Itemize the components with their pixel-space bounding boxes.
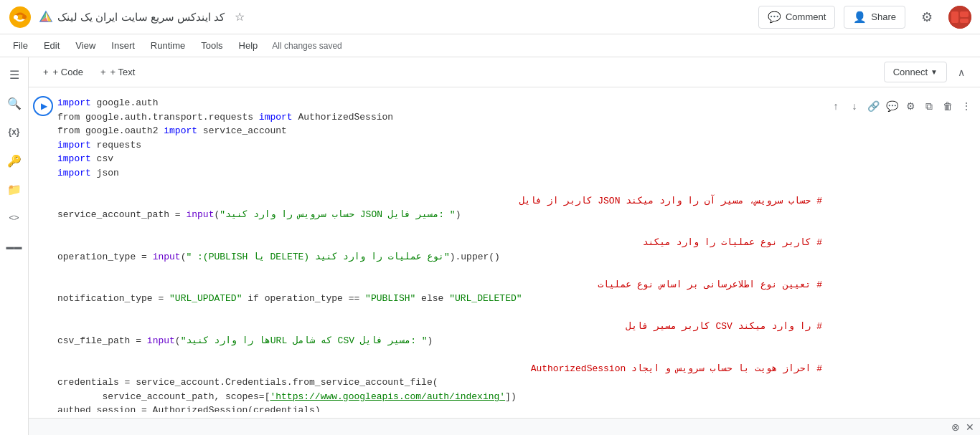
copy-cell-button[interactable]: ⧉ bbox=[921, 96, 937, 116]
connect-label: Connect bbox=[893, 67, 928, 77]
connect-chevron-icon: ▼ bbox=[930, 68, 938, 76]
comment-cell-button[interactable]: 💬 bbox=[884, 96, 900, 116]
star-icon[interactable]: ☆ bbox=[235, 10, 245, 24]
left-sidebar: ☰ 🔍 {x} 🔑 📁 <> ▬▬ bbox=[0, 57, 29, 435]
menu-runtime[interactable]: Runtime bbox=[143, 37, 192, 54]
settings-icon: ⚙ bbox=[921, 9, 933, 25]
add-text-button[interactable]: + + Text bbox=[95, 64, 141, 80]
run-button[interactable]: ▶ bbox=[29, 93, 57, 412]
share-icon: 👤 bbox=[853, 11, 867, 24]
code-line-comment3: # تعیین نوع اطلاعرسانی بر اساس نوع عملیا… bbox=[57, 278, 822, 292]
run-circle: ▶ bbox=[33, 96, 53, 116]
play-icon: ▶ bbox=[41, 101, 47, 111]
sidebar-menu-icon[interactable]: ☰ bbox=[3, 63, 26, 86]
main-layout: ☰ 🔍 {x} 🔑 📁 <> ▬▬ + + Code + + Text Conn… bbox=[0, 57, 980, 435]
settings-button[interactable]: ⚙ bbox=[914, 4, 940, 30]
code-line-1: import google.auth bbox=[57, 96, 822, 110]
code-line-12: operation_type = input("نوع عملیات را وا… bbox=[57, 250, 822, 264]
code-line-23: authed_session = AuthorizedSession(crede… bbox=[57, 403, 822, 412]
code-line-comment1: # حساب سرویس، مسیر آن را وارد میکند JSON… bbox=[57, 194, 822, 209]
code-line-4: import requests bbox=[57, 138, 822, 153]
svg-point-2 bbox=[22, 15, 27, 19]
code-line-18: csv_file_path = input("مسیر فایل CSV که … bbox=[57, 334, 822, 348]
menu-help[interactable]: Help bbox=[232, 37, 265, 54]
code-line-3: from google.oauth2 import service_accoun… bbox=[57, 124, 822, 138]
comment-icon: 💬 bbox=[768, 11, 781, 24]
comment-label: Comment bbox=[786, 11, 826, 22]
close-x-icon[interactable]: ✕ bbox=[966, 421, 974, 433]
circle-x-icon[interactable]: ⊗ bbox=[951, 421, 960, 433]
menu-insert[interactable]: Insert bbox=[104, 37, 142, 54]
cell-actions: ↑ ↓ 🔗 💬 ⚙ ⧉ 🗑 ⋮ bbox=[822, 93, 980, 412]
sidebar-terminal-icon[interactable]: ▬▬ bbox=[3, 235, 26, 258]
add-code-button[interactable]: + + Code bbox=[37, 64, 89, 80]
collapse-button[interactable]: ∧ bbox=[951, 62, 971, 82]
code-line-comment5: # احراز هویت با حساب سرویس و ایجاد Autho… bbox=[57, 362, 822, 376]
code-line-empty4 bbox=[57, 306, 822, 320]
menu-bar: File Edit View Insert Runtime Tools Help… bbox=[0, 34, 980, 57]
drive-icon bbox=[39, 10, 53, 24]
cell-toolbar: + + Code + + Text Connect ▼ ∧ bbox=[29, 57, 980, 87]
sidebar-key-icon[interactable]: 🔑 bbox=[3, 149, 26, 172]
code-line-empty1 bbox=[57, 180, 822, 194]
cell-container: ▶ import google.auth from google.auth.tr… bbox=[29, 93, 980, 412]
code-line-empty3 bbox=[57, 264, 822, 278]
notebook-title: کد ایندکس سریع سایت ایران یک لینک bbox=[57, 11, 225, 24]
menu-edit[interactable]: Edit bbox=[37, 37, 67, 54]
code-line-15: notification_type = "URL_UPDATED" if ope… bbox=[57, 292, 822, 306]
svg-rect-9 bbox=[960, 11, 969, 17]
menu-tools[interactable]: Tools bbox=[194, 37, 230, 54]
menu-file[interactable]: File bbox=[6, 37, 35, 54]
svg-rect-10 bbox=[960, 19, 969, 23]
bottom-bar: ⊗ ✕ bbox=[29, 418, 980, 435]
user-avatar[interactable] bbox=[948, 6, 971, 29]
plus-code-icon: + bbox=[43, 67, 49, 77]
svg-rect-8 bbox=[951, 11, 958, 23]
code-line-9: service_account_path = input("مسیر فایل … bbox=[57, 208, 822, 222]
top-right: 💬 Comment 👤 Share ⚙ bbox=[758, 4, 971, 30]
plus-text-icon: + bbox=[100, 67, 106, 77]
move-down-button[interactable]: ↓ bbox=[847, 96, 862, 116]
connect-button[interactable]: Connect ▼ bbox=[884, 62, 947, 82]
menu-view[interactable]: View bbox=[68, 37, 103, 54]
add-text-label: + Text bbox=[110, 67, 135, 77]
all-saved-status: All changes saved bbox=[272, 41, 341, 51]
delete-cell-button[interactable]: 🗑 bbox=[940, 96, 956, 116]
colab-logo[interactable] bbox=[9, 6, 32, 29]
more-cell-button[interactable]: ⋮ bbox=[958, 96, 974, 116]
code-editor[interactable]: import google.auth from google.auth.tran… bbox=[57, 93, 822, 412]
code-line-6: import json bbox=[57, 166, 822, 181]
code-line-empty5 bbox=[57, 348, 822, 362]
link-cell-button[interactable]: 🔗 bbox=[865, 96, 881, 116]
content-area: + + Code + + Text Connect ▼ ∧ bbox=[29, 57, 980, 435]
sidebar-variables-icon[interactable]: {x} bbox=[3, 120, 26, 143]
comment-button[interactable]: 💬 Comment bbox=[758, 6, 835, 29]
code-line-5: import csv bbox=[57, 152, 822, 166]
code-line-22: service_account_path, scopes=['https://w… bbox=[57, 390, 822, 404]
svg-point-0 bbox=[9, 6, 31, 28]
code-line-comment4: # را وارد میکند CSV کاربر مسیر فایل bbox=[57, 320, 822, 334]
share-button[interactable]: 👤 Share bbox=[844, 6, 905, 29]
sidebar-folder-icon[interactable]: 📁 bbox=[3, 178, 26, 201]
move-up-button[interactable]: ↑ bbox=[828, 96, 844, 116]
top-bar: کد ایندکس سریع سایت ایران یک لینک ☆ 💬 Co… bbox=[0, 0, 980, 34]
cell-settings-button[interactable]: ⚙ bbox=[903, 96, 918, 116]
sidebar-code-icon[interactable]: <> bbox=[3, 206, 26, 229]
chevron-up-icon: ∧ bbox=[958, 67, 965, 78]
share-label: Share bbox=[871, 11, 896, 22]
add-code-label: + Code bbox=[53, 67, 83, 77]
code-line-2: from google.auth.transport.requests impo… bbox=[57, 110, 822, 125]
code-line-comment2: # کاربر نوع عملیات را وارد میکند bbox=[57, 236, 822, 250]
code-line-21: credentials = service_account.Credential… bbox=[57, 376, 822, 390]
code-line-empty2 bbox=[57, 222, 822, 236]
svg-point-1 bbox=[14, 15, 18, 19]
sidebar-search-icon[interactable]: 🔍 bbox=[3, 92, 26, 115]
code-cell: ▶ import google.auth from google.auth.tr… bbox=[29, 87, 980, 418]
